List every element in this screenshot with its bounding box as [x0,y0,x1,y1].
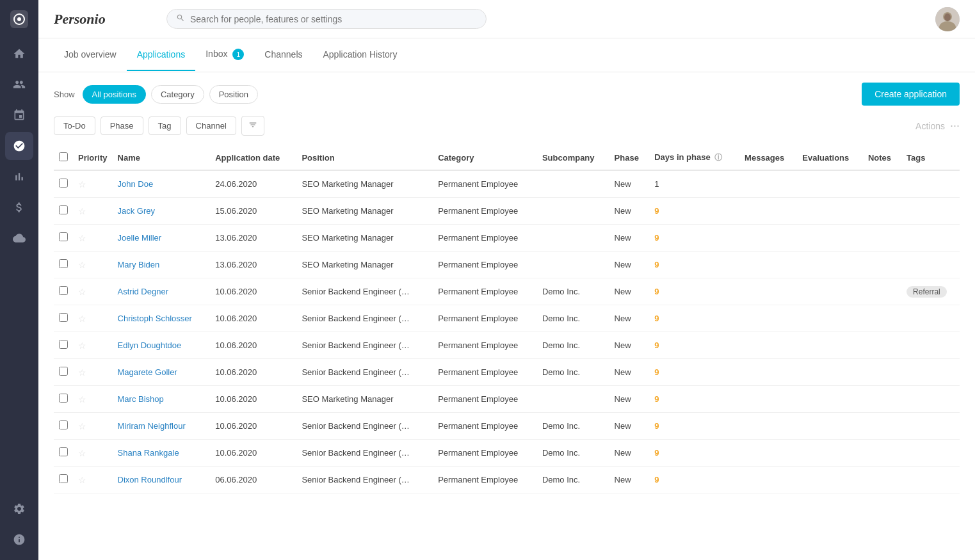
create-application-button[interactable]: Create application [862,83,960,106]
row-star[interactable]: ☆ [73,359,113,386]
row-checkbox[interactable] [59,313,68,322]
row-name[interactable]: Miriram Neighflour [113,413,211,440]
tab-application-history[interactable]: Application History [313,39,408,71]
row-checkbox[interactable] [59,286,68,295]
row-notes [863,413,901,440]
row-category: Permanent Employee [433,305,537,332]
show-position-button[interactable]: Position [209,85,258,104]
row-notes [863,359,901,386]
col-subcompany[interactable]: Subcompany [537,146,609,170]
star-icon[interactable]: ☆ [78,233,86,243]
row-checkbox[interactable] [59,394,68,403]
row-notes [863,198,901,225]
star-icon[interactable]: ☆ [78,314,86,324]
filter-phase-button[interactable]: Phase [101,116,143,135]
sidebar-item-calendar[interactable] [5,101,33,129]
sidebar-item-cloud[interactable] [5,224,33,252]
col-evaluations[interactable]: Evaluations [797,146,863,170]
row-checkbox[interactable] [59,205,68,214]
star-icon[interactable]: ☆ [78,448,86,458]
row-checkbox[interactable] [59,447,68,456]
row-phase: New [609,225,650,252]
sidebar-item-finance[interactable] [5,193,33,221]
col-phase[interactable]: Phase [609,146,650,170]
row-star[interactable]: ☆ [73,170,113,198]
row-checkbox[interactable] [59,259,68,268]
sidebar-item-settings[interactable] [5,495,33,523]
col-notes[interactable]: Notes [863,146,901,170]
tab-inbox[interactable]: Inbox 1 [195,38,254,72]
row-name[interactable]: Jack Grey [113,198,211,225]
row-name[interactable]: Joelle Miller [113,225,211,252]
row-tags [901,170,960,198]
row-date: 10.06.2020 [210,440,296,467]
col-name[interactable]: Name [113,146,211,170]
row-star[interactable]: ☆ [73,386,113,413]
sidebar-item-analytics[interactable] [5,163,33,191]
row-position: Senior Backend Engineer (… [296,278,433,305]
row-phase: New [609,467,650,493]
star-icon[interactable]: ☆ [78,394,86,404]
show-all-positions-button[interactable]: All positions [83,85,146,104]
actions-more-icon[interactable]: ··· [950,119,960,132]
row-star[interactable]: ☆ [73,332,113,359]
col-category[interactable]: Category [433,146,537,170]
sidebar-item-people[interactable] [5,70,33,99]
row-name[interactable]: Mary Biden [113,252,211,278]
row-tags [901,198,960,225]
star-icon[interactable]: ☆ [78,260,86,270]
row-name[interactable]: Magarete Goller [113,359,211,386]
row-checkbox[interactable] [59,340,68,349]
col-select [54,146,73,170]
row-tags [901,359,960,386]
filter-todo-button[interactable]: To-Do [54,116,95,135]
row-star[interactable]: ☆ [73,413,113,440]
row-name[interactable]: Edlyn Doughtdoe [113,332,211,359]
col-tags[interactable]: Tags [901,146,960,170]
row-star[interactable]: ☆ [73,278,113,305]
row-checkbox[interactable] [59,179,68,188]
row-name[interactable]: Christoph Schlosser [113,305,211,332]
row-star[interactable]: ☆ [73,305,113,332]
star-icon[interactable]: ☆ [78,340,86,351]
row-star[interactable]: ☆ [73,198,113,225]
days-in-phase-info-icon[interactable]: ⓘ [714,153,722,162]
star-icon[interactable]: ☆ [78,179,86,189]
tab-job-overview[interactable]: Job overview [54,39,127,71]
col-messages[interactable]: Messages [739,146,797,170]
tab-channels[interactable]: Channels [254,39,312,71]
col-position[interactable]: Position [296,146,433,170]
show-category-button[interactable]: Category [151,85,204,104]
row-name[interactable]: Marc Bishop [113,386,211,413]
star-icon[interactable]: ☆ [78,475,86,485]
search-input[interactable] [190,14,477,24]
star-icon[interactable]: ☆ [78,367,86,378]
search-bar[interactable] [166,9,487,29]
sidebar-item-home[interactable] [5,40,33,68]
row-star[interactable]: ☆ [73,440,113,467]
row-checkbox-cell [54,440,73,467]
filter-channel-button[interactable]: Channel [186,116,236,135]
star-icon[interactable]: ☆ [78,421,86,431]
row-star[interactable]: ☆ [73,252,113,278]
row-checkbox[interactable] [59,367,68,376]
col-application-date[interactable]: Application date [210,146,296,170]
filter-more-button[interactable] [241,116,264,136]
row-name[interactable]: Astrid Degner [113,278,211,305]
row-name[interactable]: Dixon Roundlfour [113,467,211,493]
filter-tag-button[interactable]: Tag [149,116,181,135]
row-checkbox[interactable] [59,232,68,241]
sidebar-item-info[interactable] [5,525,33,554]
star-icon[interactable]: ☆ [78,287,86,297]
star-icon[interactable]: ☆ [78,206,86,216]
sidebar-item-recruiting[interactable] [5,132,33,160]
select-all-checkbox[interactable] [59,152,68,161]
row-checkbox[interactable] [59,474,68,483]
row-star[interactable]: ☆ [73,467,113,493]
row-checkbox[interactable] [59,420,68,429]
row-name[interactable]: Shana Rankgale [113,440,211,467]
row-name[interactable]: John Doe [113,170,211,198]
row-star[interactable]: ☆ [73,225,113,252]
row-messages [739,225,797,252]
tab-applications[interactable]: Applications [127,39,196,71]
